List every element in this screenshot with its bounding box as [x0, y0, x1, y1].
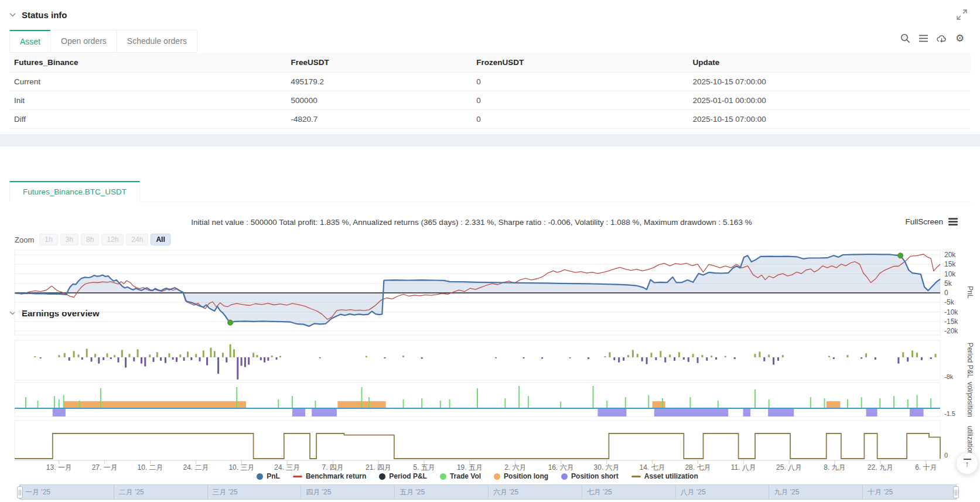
legend-item-asset-utilization[interactable]: Asset utilization — [631, 472, 698, 480]
legend-swatch — [561, 473, 568, 480]
svg-text:27. 一月: 27. 一月 — [92, 463, 118, 472]
table-cell: 0 — [472, 73, 688, 91]
table-row: Diff-4820.702025-10-15 07:00:00 — [9, 110, 971, 129]
svg-text:8. 九月: 8. 九月 — [824, 463, 845, 472]
page: Status info AssetOpen ordersSchedule ord… — [0, 0, 980, 502]
legend-item-period-p-l[interactable]: Period P&L — [379, 472, 427, 480]
svg-text:-20k: -20k — [944, 327, 958, 335]
zoom-option-8h[interactable]: 8h — [81, 234, 99, 245]
datazoom-slider[interactable]: 一月 '25二月 '25三月 '25四月 '25五月 '25六月 '25七月 '… — [19, 484, 957, 500]
chart-canvas[interactable]: 20k15k10k5k0-5k-10k-15k-20k-8k-1.5013. 一… — [0, 246, 980, 476]
table-cell: -4820.7 — [286, 110, 472, 129]
svg-text:10k: 10k — [944, 270, 956, 278]
legend-item-trade-vol[interactable]: Trade Vol — [440, 472, 481, 480]
svg-text:2. 六月: 2. 六月 — [504, 463, 526, 472]
svg-text:-1.5: -1.5 — [944, 410, 955, 417]
svg-text:15k: 15k — [944, 260, 956, 268]
table-cell[interactable]: Current — [9, 73, 286, 91]
svg-text:30. 六月: 30. 六月 — [594, 463, 620, 472]
svg-text:24. 二月: 24. 二月 — [183, 463, 209, 472]
tab-open-orders[interactable]: Open orders — [50, 30, 117, 53]
svg-text:6. 十月: 6. 十月 — [915, 463, 937, 472]
status-toolbar: ⚙ — [900, 33, 965, 43]
zoom-option-24h[interactable]: 24h — [126, 234, 148, 245]
table-row: Current495179.202025-10-15 07:00:00 — [9, 73, 971, 91]
table-cell: Init — [9, 91, 286, 110]
expand-icon[interactable] — [957, 9, 967, 20]
legend-label: Benchmark return — [306, 472, 366, 480]
legend-item-position-long[interactable]: Position long — [494, 472, 548, 480]
table-cell: Diff — [9, 110, 286, 129]
svg-text:0: 0 — [944, 452, 948, 459]
datazoom-left-handle[interactable] — [17, 486, 23, 498]
legend-swatch — [440, 473, 446, 480]
legend-label: PnL — [267, 472, 280, 480]
search-icon[interactable] — [900, 33, 910, 43]
zoom-label: Zoom — [15, 235, 34, 244]
status-card: Status info AssetOpen ordersSchedule ord… — [0, 0, 980, 134]
table-row: Init50000002025-01-01 00:00:00 — [9, 91, 971, 110]
legend-item-pnl[interactable]: PnL — [257, 472, 280, 480]
datazoom-month-label: 三月 '25 — [207, 485, 301, 499]
legend-swatch — [379, 473, 385, 480]
legend-item-position-short[interactable]: Position short — [561, 472, 619, 480]
legend-item-benchmark-return[interactable]: Benchmark return — [293, 472, 366, 480]
svg-text:-5k: -5k — [944, 298, 955, 306]
svg-text:16. 六月: 16. 六月 — [548, 463, 574, 472]
table-cell: 2025-01-01 00:00:00 — [688, 91, 971, 110]
datazoom-month-label: 七月 '25 — [582, 485, 675, 499]
zoom-option-12h[interactable]: 12h — [101, 234, 124, 245]
svg-text:0: 0 — [944, 289, 948, 297]
column-header: FrozenUSDT — [472, 53, 688, 73]
table-cell: 495179.2 — [286, 73, 472, 91]
legend-label: Period P&L — [389, 472, 427, 480]
section-divider — [0, 134, 980, 146]
tab-schedule-orders[interactable]: Schedule orders — [117, 30, 197, 53]
status-table: Futures_BinanceFreeUSDTFrozenUSDTUpdate … — [9, 53, 971, 129]
table-cell: 0 — [472, 91, 688, 110]
column-header: FreeUSDT — [286, 53, 472, 73]
svg-text:-15k: -15k — [944, 317, 958, 326]
svg-text:vol/position: vol/position — [966, 382, 974, 417]
svg-text:PnL: PnL — [966, 286, 974, 299]
svg-text:Period P&L: Period P&L — [966, 343, 974, 378]
zoom-option-all[interactable]: All — [151, 234, 170, 245]
back-to-top-button[interactable]: ↑ — [956, 452, 978, 474]
table-cell: 0 — [472, 110, 688, 129]
zoom-option-1h[interactable]: 1h — [39, 234, 57, 245]
svg-text:5k: 5k — [944, 279, 952, 288]
svg-text:5. 五月: 5. 五月 — [413, 463, 435, 472]
legend-swatch — [494, 473, 500, 480]
datazoom-month-label: 十月 '25 — [862, 485, 956, 499]
tab-asset[interactable]: Asset — [9, 30, 51, 53]
svg-text:24. 三月: 24. 三月 — [274, 463, 300, 472]
legend-label: Asset utilization — [644, 472, 698, 480]
svg-text:14. 七月: 14. 七月 — [639, 463, 665, 472]
list-icon[interactable] — [918, 33, 928, 43]
datazoom-month-label: 五月 '25 — [394, 485, 488, 499]
column-header: Futures_Binance — [9, 53, 286, 73]
status-table-head: Futures_BinanceFreeUSDTFrozenUSDTUpdate — [9, 53, 971, 73]
settings-gear-icon[interactable]: ⚙ — [955, 33, 965, 43]
datazoom-month-label: 九月 '25 — [769, 485, 862, 499]
svg-text:28. 七月: 28. 七月 — [685, 463, 711, 472]
chart-legend: PnLBenchmark returnPeriod P&LTrade VolPo… — [15, 472, 940, 481]
status-title: Status info — [22, 10, 67, 20]
svg-text:7. 四月: 7. 四月 — [322, 463, 344, 472]
table-cell: 2025-10-15 07:00:00 — [688, 73, 971, 91]
zoom-option-3h[interactable]: 3h — [60, 234, 78, 245]
tab-futures-binance-btc-usdt[interactable]: Futures_Binance.BTC_USDT — [9, 181, 140, 202]
collapse-status-icon[interactable] — [9, 13, 16, 17]
fullscreen-button[interactable]: FullScreen — [905, 217, 958, 226]
legend-swatch — [631, 476, 641, 477]
column-header: Update — [688, 53, 971, 73]
datazoom-month-label: 八月 '25 — [675, 485, 769, 499]
legend-label: Position short — [571, 472, 619, 480]
cloud-download-icon[interactable] — [937, 33, 947, 43]
earnings-tabline — [9, 202, 971, 202]
chart-menu-icon[interactable] — [948, 218, 958, 226]
svg-text:-10k: -10k — [944, 308, 958, 316]
datazoom-right-handle[interactable] — [953, 486, 959, 498]
svg-text:10. 二月: 10. 二月 — [138, 463, 163, 472]
svg-text:13. 一月: 13. 一月 — [46, 463, 72, 472]
